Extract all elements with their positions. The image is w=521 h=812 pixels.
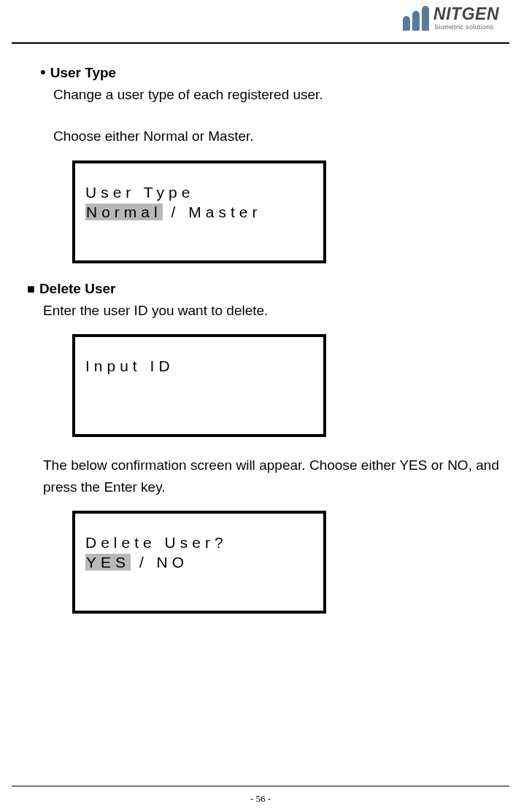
user-type-title: User Type — [50, 65, 116, 81]
logo-header: NITGEN biometric solutions — [403, 6, 499, 31]
option: NO — [157, 554, 189, 571]
bullet-square-icon: ■ — [27, 282, 35, 295]
separator: / — [139, 554, 148, 571]
logo-subtitle: biometric solutions — [435, 24, 499, 31]
page-number: - 56 - — [0, 793, 521, 805]
confirm-delete-screen: Delete User? YES / NO — [72, 511, 326, 614]
header-rule — [12, 42, 509, 44]
highlighted-option: Normal — [85, 204, 163, 220]
user-type-heading: • User Type — [40, 64, 499, 81]
delete-user-desc2: The below confirmation screen will appea… — [43, 455, 499, 498]
screen-line: Input ID — [85, 356, 313, 376]
logo-icon — [403, 6, 429, 31]
screen-line: YES / NO — [85, 552, 313, 572]
page-content: • User Type Change a user type of each r… — [40, 64, 499, 631]
option: Master — [188, 204, 261, 220]
delete-user-title: Delete User — [39, 281, 116, 297]
bullet-dot-icon: • — [40, 64, 46, 80]
delete-user-heading: ■ Delete User — [40, 281, 499, 297]
logo-name: NITGEN — [433, 6, 499, 23]
screen-line: Normal / Master — [85, 202, 313, 222]
screen-line: User Type — [85, 182, 313, 202]
input-id-screen: Input ID — [72, 334, 326, 437]
logo-text: NITGEN biometric solutions — [433, 6, 499, 31]
footer-rule — [12, 786, 509, 787]
user-type-desc1: Change a user type of each registered us… — [53, 84, 499, 105]
separator: / — [171, 204, 180, 220]
user-type-screen: User Type Normal / Master — [72, 161, 326, 263]
highlighted-option: YES — [85, 554, 131, 571]
delete-user-desc1: Enter the user ID you want to delete. — [43, 300, 499, 321]
screen-line: Delete User? — [85, 533, 313, 552]
user-type-desc2: Choose either Normal or Master. — [53, 125, 499, 147]
